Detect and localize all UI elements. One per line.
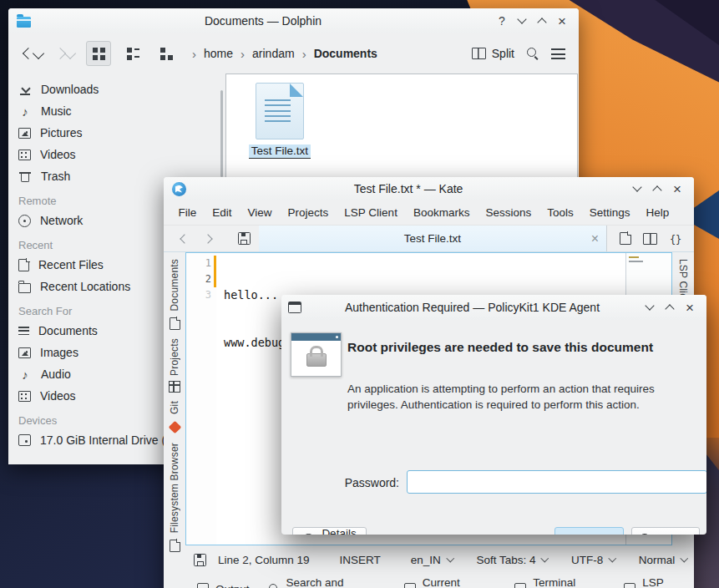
cursor-position[interactable]: Line 2, Column 19	[218, 554, 310, 566]
details-button[interactable]: Details >>	[292, 527, 367, 535]
folder-icon	[17, 17, 31, 28]
kate-window-title: Test File.txt * — Kate	[190, 182, 627, 195]
sidebar-tab-git[interactable]: Git	[168, 401, 182, 434]
dictionary-selector[interactable]: en_IN	[411, 554, 453, 566]
breadcrumb-home[interactable]: home	[204, 47, 233, 60]
minimize-button[interactable]	[512, 11, 532, 31]
ok-button-label: OK	[589, 534, 605, 535]
breadcrumb-arindam[interactable]: arindam	[252, 47, 295, 60]
dialog-heading: Root privileges are needed to save this …	[347, 340, 690, 355]
menu-view[interactable]: View	[240, 206, 280, 219]
file-clock-icon	[18, 259, 29, 271]
view-icons-button[interactable]	[86, 41, 111, 66]
dolphin-titlebar[interactable]: Documents — Dolphin	[8, 8, 579, 33]
menu-bookmarks[interactable]: Bookmarks	[405, 206, 478, 219]
file-test-file-txt[interactable]: Test File.txt	[240, 83, 320, 159]
text-file-icon	[256, 83, 304, 139]
music-note-icon	[18, 104, 32, 118]
chevron-up-icon	[652, 185, 661, 195]
maximize-button[interactable]	[532, 11, 552, 31]
breadcrumb-documents[interactable]: Documents	[314, 47, 377, 60]
minimize-button[interactable]	[640, 297, 660, 317]
menu-file[interactable]: File	[170, 206, 205, 219]
sidebar-item-label: Videos	[40, 148, 76, 161]
sidebar-item-videos[interactable]: Videos	[8, 144, 225, 165]
breadcrumb-separator-icon	[302, 47, 306, 61]
menu-lsp-client[interactable]: LSP Client	[337, 206, 406, 219]
tab-width-value: Soft Tabs: 4	[476, 554, 535, 566]
view-tree-button[interactable]	[154, 42, 178, 65]
sidebar-item-downloads[interactable]: Downloads	[8, 79, 225, 100]
maximize-button[interactable]	[660, 297, 680, 317]
close-icon	[558, 14, 566, 28]
chevron-down-icon	[541, 555, 549, 562]
chevron-right-icon[interactable]	[203, 234, 212, 243]
menu-projects[interactable]: Projects	[280, 206, 337, 219]
panel-lsp-client[interactable]: LSP Client	[624, 576, 694, 588]
new-document-icon[interactable]	[620, 232, 631, 245]
icons-view-icon	[93, 48, 105, 60]
back-button[interactable]	[20, 49, 47, 58]
save-icon[interactable]	[194, 554, 206, 566]
panel-terminal[interactable]: Terminal Panel	[514, 576, 605, 588]
panel-output[interactable]: Output	[197, 583, 250, 588]
forward-button[interactable]	[52, 49, 78, 58]
tab-width-selector[interactable]: Soft Tabs: 4	[476, 554, 548, 566]
minimize-button[interactable]	[627, 179, 647, 199]
breadcrumb-separator-icon	[241, 47, 245, 61]
input-mode[interactable]: INSERT	[340, 554, 381, 566]
panel-current-project[interactable]: Current Project	[404, 576, 496, 588]
kate-titlebar[interactable]: Test File.txt * — Kate	[164, 177, 694, 200]
chevron-left-icon[interactable]	[180, 234, 189, 243]
projects-icon	[169, 381, 180, 393]
split-button[interactable]: Split	[472, 47, 514, 60]
network-icon	[18, 215, 31, 227]
kate-menubar: File Edit View Projects LSP Client Bookm…	[164, 200, 694, 226]
dialog-titlebar[interactable]: Authentication Required — PolicyKit1 KDE…	[281, 295, 706, 320]
hard-drive-icon	[18, 434, 31, 446]
sidebar-tab-documents[interactable]: Documents	[169, 259, 180, 330]
hamburger-menu-icon[interactable]	[551, 48, 565, 59]
sidebar-item-label: Network	[40, 214, 83, 227]
panel-label: LSP Client	[642, 576, 694, 588]
chevron-up-icon	[665, 304, 674, 313]
sidebar-tab-filesystem-browser[interactable]: Filesystem Browser	[169, 443, 180, 551]
highlighting-selector[interactable]: Normal	[639, 554, 687, 566]
tab-test-file-txt[interactable]: Test File.txt	[259, 226, 606, 251]
line-number-current: 2	[186, 271, 211, 287]
panel-label: Output	[215, 583, 250, 588]
help-button[interactable]	[492, 11, 512, 31]
encoding-selector[interactable]: UTF-8	[571, 554, 615, 566]
close-button[interactable]	[667, 179, 687, 199]
close-button[interactable]	[680, 297, 700, 317]
close-button[interactable]	[552, 11, 572, 31]
braces-icon[interactable]	[670, 231, 681, 246]
menu-help[interactable]: Help	[638, 206, 677, 219]
password-input[interactable]	[407, 470, 706, 494]
cancel-button[interactable]: Cancel	[631, 527, 700, 535]
music-note-icon	[18, 368, 32, 381]
tab-close-icon[interactable]	[591, 231, 599, 246]
sidebar-item-pictures[interactable]: Pictures	[8, 122, 225, 144]
menu-tools[interactable]: Tools	[539, 206, 582, 219]
sidebar-tab-projects[interactable]: Projects	[169, 338, 180, 393]
encoding-value: UTF-8	[571, 554, 603, 566]
panel-search-and-replace[interactable]: Search and Replace	[268, 576, 386, 588]
split-view-icon[interactable]	[643, 233, 657, 245]
menu-settings[interactable]: Settings	[581, 206, 638, 219]
maximize-button[interactable]	[647, 179, 667, 199]
tab-history-nav	[164, 226, 229, 251]
minimap-mark	[629, 261, 643, 262]
sidebar-item-music[interactable]: Music	[8, 100, 225, 122]
project-icon	[404, 583, 416, 588]
menu-sessions[interactable]: Sessions	[478, 206, 539, 219]
view-details-button[interactable]	[121, 42, 144, 65]
search-icon[interactable]	[526, 47, 539, 60]
menu-edit[interactable]: Edit	[205, 206, 240, 219]
sidebar-tab-label: Filesystem Browser	[169, 443, 180, 533]
ok-button[interactable]: OK	[554, 527, 624, 535]
tab-save-area[interactable]	[229, 226, 259, 251]
sidebar-item-label: Pictures	[40, 126, 83, 139]
sidebar-scrollbar[interactable]	[220, 90, 223, 177]
chevron-down-icon	[447, 555, 454, 562]
